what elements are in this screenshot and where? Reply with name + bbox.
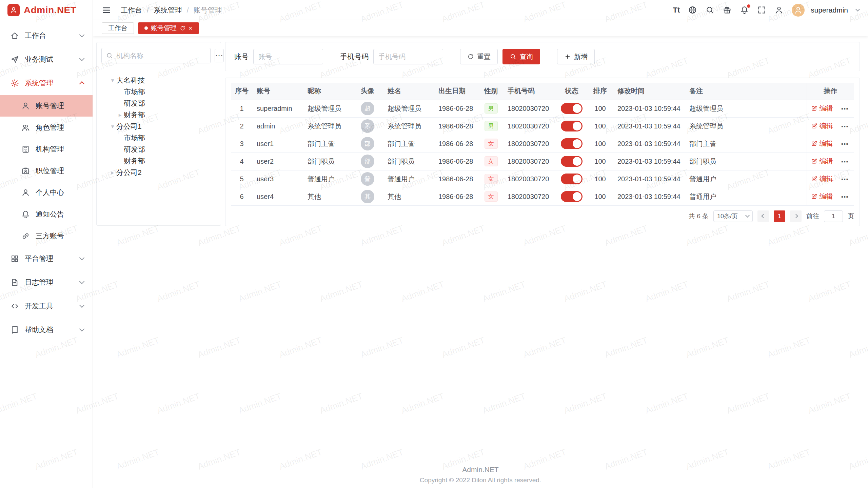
home-icon xyxy=(10,31,19,40)
breadcrumb-item-system[interactable]: 系统管理 xyxy=(142,5,182,15)
caret-icon[interactable]: ▸ xyxy=(109,169,116,176)
tree-node[interactable]: ▸分公司2 xyxy=(99,167,219,178)
row-more-button[interactable]: ⋯ xyxy=(841,175,849,184)
page-size-select[interactable]: 10条/页 xyxy=(713,210,753,222)
reset-button[interactable]: 重置 xyxy=(460,49,498,64)
font-size-icon[interactable]: Tt xyxy=(673,6,680,15)
breadcrumb: 工作台 系统管理 账号管理 xyxy=(121,5,222,15)
tree-node[interactable]: 财务部 xyxy=(99,155,219,167)
goto-page-input[interactable] xyxy=(824,210,843,222)
status-toggle[interactable] xyxy=(561,103,583,114)
tree-node[interactable]: ▾分公司1 xyxy=(99,121,219,132)
row-more-button[interactable]: ⋯ xyxy=(841,105,849,113)
sidebar-item-0[interactable]: 工作台 xyxy=(0,24,93,47)
sidebar-item-5[interactable]: 开发工具 xyxy=(0,294,93,318)
caret-icon[interactable]: ▾ xyxy=(109,77,116,84)
status-toggle[interactable] xyxy=(561,121,583,131)
search-icon[interactable] xyxy=(705,5,714,15)
org-search-box xyxy=(101,48,211,63)
tree-node[interactable]: ▾大名科技 xyxy=(99,75,219,86)
globe-icon[interactable] xyxy=(688,5,697,15)
column-header-0: 序号 xyxy=(231,83,253,100)
sidebar-subitem-2-3[interactable]: 职位管理 xyxy=(0,160,93,182)
column-header-6: 性别 xyxy=(478,83,504,100)
edit-button[interactable]: 编辑 xyxy=(811,121,833,130)
bell-icon xyxy=(21,210,30,219)
caret-icon[interactable]: ▸ xyxy=(116,111,124,119)
person-icon[interactable] xyxy=(774,5,784,15)
bell-icon[interactable] xyxy=(740,5,749,15)
cell-actions: 编辑 ⋯ xyxy=(807,152,854,170)
org-search-input[interactable] xyxy=(116,52,206,60)
gift-icon[interactable] xyxy=(723,5,732,15)
column-header-10: 修改时间 xyxy=(613,83,685,100)
org-more-button[interactable]: ⋯ xyxy=(215,49,224,62)
topbar: 工作台 系统管理 账号管理 Tt xyxy=(93,0,868,20)
edit-button[interactable]: 编辑 xyxy=(811,174,833,183)
breadcrumb-item-workbench[interactable]: 工作台 xyxy=(121,5,142,15)
tree-node[interactable]: 研发部 xyxy=(99,98,219,109)
column-header-3: 头像 xyxy=(352,83,383,100)
add-button[interactable]: 新增 xyxy=(557,49,595,64)
sidebar-item-4[interactable]: 日志管理 xyxy=(0,270,93,294)
query-button[interactable]: 查询 xyxy=(502,49,540,64)
edit-button[interactable]: 编辑 xyxy=(811,104,833,113)
tree-node[interactable]: 市场部 xyxy=(99,132,219,144)
row-more-button[interactable]: ⋯ xyxy=(841,158,849,166)
status-toggle[interactable] xyxy=(561,191,583,202)
edit-button[interactable]: 编辑 xyxy=(811,139,833,148)
cell-avatar: 超 xyxy=(352,100,383,117)
user-avatar[interactable] xyxy=(792,4,805,17)
table-header-row: 序号账号昵称头像姓名出生日期性别手机号码状态排序修改时间备注操作 xyxy=(231,83,854,100)
tab-refresh-icon[interactable] xyxy=(180,25,185,31)
tree-node[interactable]: 研发部 xyxy=(99,144,219,155)
cell-status xyxy=(556,100,587,117)
sidebar-subitem-2-1[interactable]: 角色管理 xyxy=(0,117,93,138)
sidebar-subitem-2-6[interactable]: 三方账号 xyxy=(0,225,93,247)
cell-birthdate: 1986-06-28 xyxy=(434,170,478,188)
edit-button[interactable]: 编辑 xyxy=(811,157,833,166)
cell-name: 部门主管 xyxy=(383,135,434,152)
row-more-button[interactable]: ⋯ xyxy=(841,193,849,201)
tab-account-management[interactable]: 账号管理 × xyxy=(138,22,199,34)
column-header-2: 昵称 xyxy=(303,83,352,100)
tree-node[interactable]: 市场部 xyxy=(99,86,219,98)
status-toggle[interactable] xyxy=(561,156,583,167)
gender-badge: 女 xyxy=(485,174,498,184)
menu-collapse-button[interactable] xyxy=(102,5,111,15)
caret-icon[interactable]: ▾ xyxy=(109,123,116,130)
sidebar-item-2[interactable]: 系统管理 xyxy=(0,71,93,95)
tab-close-icon[interactable]: × xyxy=(189,25,193,32)
row-more-button[interactable]: ⋯ xyxy=(841,140,849,148)
status-toggle[interactable] xyxy=(561,138,583,149)
cell-status xyxy=(556,170,587,188)
cell-status xyxy=(556,152,587,170)
edit-button[interactable]: 编辑 xyxy=(811,192,833,201)
username[interactable]: superadmin xyxy=(811,6,848,14)
cell-index: 2 xyxy=(231,117,253,135)
sidebar-subitem-2-0[interactable]: 账号管理 xyxy=(0,95,93,117)
sidebar-item-6[interactable]: 帮助文档 xyxy=(0,318,93,342)
sidebar-item-3[interactable]: 平台管理 xyxy=(0,247,93,270)
page-button-1[interactable]: 1 xyxy=(774,210,785,222)
sidebar-subitem-2-2[interactable]: 机构管理 xyxy=(0,138,93,160)
cell-sort: 100 xyxy=(587,100,613,117)
sidebar-item-1[interactable]: 业务测试 xyxy=(0,47,93,71)
row-more-button[interactable]: ⋯ xyxy=(841,122,849,131)
active-tab-dot xyxy=(144,26,148,30)
log-icon xyxy=(10,278,19,287)
tab-workbench[interactable]: 工作台 xyxy=(102,22,134,34)
account-filter-input[interactable] xyxy=(253,49,323,64)
logo-icon xyxy=(7,4,20,16)
sidebar-subitem-2-5[interactable]: 通知公告 xyxy=(0,203,93,225)
tree-node[interactable]: ▸财务部 xyxy=(99,109,219,121)
avatar: 普 xyxy=(361,172,374,186)
fullscreen-icon[interactable] xyxy=(757,5,766,15)
cell-status xyxy=(556,188,587,205)
phone-filter-input[interactable] xyxy=(373,49,443,64)
cell-nickname: 部门主管 xyxy=(303,135,352,152)
status-toggle[interactable] xyxy=(561,174,583,184)
prev-page-button[interactable] xyxy=(757,210,769,222)
next-page-button[interactable] xyxy=(790,210,802,222)
sidebar-subitem-2-4[interactable]: 个人中心 xyxy=(0,182,93,203)
